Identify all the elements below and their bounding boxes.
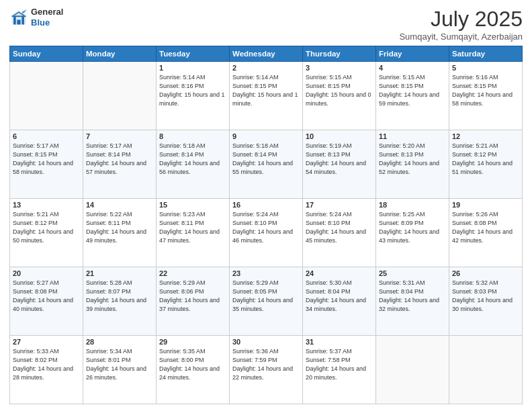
cell-info: Sunrise: 5:22 AM Sunset: 8:11 PM Dayligh… [86,210,153,245]
day-number: 23 [232,269,300,277]
calendar-cell [449,336,523,404]
calendar-cell: 12Sunrise: 5:21 AM Sunset: 8:12 PM Dayli… [449,130,523,199]
calendar-cell: 15Sunrise: 5:23 AM Sunset: 8:11 PM Dayli… [157,199,230,267]
cell-info: Sunrise: 5:34 AM Sunset: 8:01 PM Dayligh… [86,347,153,382]
day-number: 22 [159,269,226,277]
cell-info: Sunrise: 5:27 AM Sunset: 8:08 PM Dayligh… [13,279,80,314]
day-number: 15 [159,201,226,209]
calendar-cell: 4Sunrise: 5:15 AM Sunset: 8:15 PM Daylig… [376,62,449,130]
week-row-1: 1Sunrise: 5:14 AM Sunset: 8:16 PM Daylig… [10,62,523,130]
week-row-5: 27Sunrise: 5:33 AM Sunset: 8:02 PM Dayli… [10,336,523,404]
month-title: July 2025 [399,7,523,32]
calendar-cell: 6Sunrise: 5:17 AM Sunset: 8:15 PM Daylig… [10,130,83,199]
logo-icon [9,8,28,27]
day-number: 26 [452,269,519,277]
day-number: 21 [86,269,153,277]
calendar-cell: 30Sunrise: 5:36 AM Sunset: 7:59 PM Dayli… [230,336,303,404]
day-number: 1 [159,64,226,72]
day-number: 28 [86,338,153,346]
calendar-cell: 18Sunrise: 5:25 AM Sunset: 8:09 PM Dayli… [376,199,449,267]
calendar-cell: 16Sunrise: 5:24 AM Sunset: 8:10 PM Dayli… [230,199,303,267]
svg-rect-4 [21,17,24,24]
calendar-cell: 3Sunrise: 5:15 AM Sunset: 8:15 PM Daylig… [303,62,376,130]
svg-rect-5 [17,19,20,24]
calendar-cell: 26Sunrise: 5:32 AM Sunset: 8:03 PM Dayli… [449,267,523,336]
calendar-cell: 28Sunrise: 5:34 AM Sunset: 8:01 PM Dayli… [83,336,157,404]
calendar-cell: 8Sunrise: 5:18 AM Sunset: 8:14 PM Daylig… [157,130,230,199]
title-block: July 2025 Sumqayit, Sumqayit, Azerbaijan [399,7,523,42]
cell-info: Sunrise: 5:18 AM Sunset: 8:14 PM Dayligh… [159,142,226,177]
calendar-cell: 7Sunrise: 5:17 AM Sunset: 8:14 PM Daylig… [83,130,157,199]
calendar-cell: 9Sunrise: 5:18 AM Sunset: 8:14 PM Daylig… [230,130,303,199]
calendar-cell: 23Sunrise: 5:29 AM Sunset: 8:05 PM Dayli… [230,267,303,336]
calendar-cell [83,62,157,130]
calendar-cell: 29Sunrise: 5:35 AM Sunset: 8:00 PM Dayli… [157,336,230,404]
cell-info: Sunrise: 5:32 AM Sunset: 8:03 PM Dayligh… [452,279,519,314]
day-number: 10 [306,132,373,140]
cell-info: Sunrise: 5:23 AM Sunset: 8:11 PM Dayligh… [159,210,226,245]
calendar-cell: 31Sunrise: 5:37 AM Sunset: 7:58 PM Dayli… [303,336,376,404]
cell-info: Sunrise: 5:24 AM Sunset: 8:10 PM Dayligh… [306,210,373,245]
day-number: 19 [452,201,519,209]
day-header-wednesday: Wednesday [230,46,303,62]
day-header-thursday: Thursday [303,46,376,62]
day-number: 24 [306,269,373,277]
day-number: 9 [232,132,300,140]
cell-info: Sunrise: 5:16 AM Sunset: 8:15 PM Dayligh… [452,73,519,108]
logo-general: General [31,7,63,17]
day-number: 17 [306,201,373,209]
cell-info: Sunrise: 5:30 AM Sunset: 8:04 PM Dayligh… [306,279,373,314]
calendar-cell: 10Sunrise: 5:19 AM Sunset: 8:13 PM Dayli… [303,130,376,199]
calendar-cell: 25Sunrise: 5:31 AM Sunset: 8:04 PM Dayli… [376,267,449,336]
cell-info: Sunrise: 5:35 AM Sunset: 8:00 PM Dayligh… [159,347,226,382]
cell-info: Sunrise: 5:14 AM Sunset: 8:15 PM Dayligh… [232,73,300,108]
calendar-cell: 20Sunrise: 5:27 AM Sunset: 8:08 PM Dayli… [10,267,83,336]
cell-info: Sunrise: 5:31 AM Sunset: 8:04 PM Dayligh… [379,279,446,314]
cell-info: Sunrise: 5:24 AM Sunset: 8:10 PM Dayligh… [232,210,300,245]
logo: General Blue [9,7,63,28]
cell-info: Sunrise: 5:21 AM Sunset: 8:12 PM Dayligh… [13,210,80,245]
calendar-cell: 13Sunrise: 5:21 AM Sunset: 8:12 PM Dayli… [10,199,83,267]
cell-info: Sunrise: 5:25 AM Sunset: 8:09 PM Dayligh… [379,210,446,245]
cell-info: Sunrise: 5:17 AM Sunset: 8:14 PM Dayligh… [86,142,153,177]
header: General Blue July 2025 Sumqayit, Sumqayi… [9,7,523,42]
calendar-cell: 19Sunrise: 5:26 AM Sunset: 8:08 PM Dayli… [449,199,523,267]
cell-info: Sunrise: 5:29 AM Sunset: 8:05 PM Dayligh… [232,279,300,314]
location-subtitle: Sumqayit, Sumqayit, Azerbaijan [399,32,523,42]
week-row-4: 20Sunrise: 5:27 AM Sunset: 8:08 PM Dayli… [10,267,523,336]
cell-info: Sunrise: 5:19 AM Sunset: 8:13 PM Dayligh… [306,142,373,177]
day-header-friday: Friday [376,46,449,62]
calendar-cell: 24Sunrise: 5:30 AM Sunset: 8:04 PM Dayli… [303,267,376,336]
calendar-cell [376,336,449,404]
week-row-3: 13Sunrise: 5:21 AM Sunset: 8:12 PM Dayli… [10,199,523,267]
calendar-cell: 22Sunrise: 5:29 AM Sunset: 8:06 PM Dayli… [157,267,230,336]
svg-rect-2 [12,15,26,17]
day-number: 25 [379,269,446,277]
cell-info: Sunrise: 5:20 AM Sunset: 8:13 PM Dayligh… [379,142,446,177]
week-row-2: 6Sunrise: 5:17 AM Sunset: 8:15 PM Daylig… [10,130,523,199]
logo-blue: Blue [31,17,63,28]
day-number: 6 [13,132,80,140]
calendar-cell: 11Sunrise: 5:20 AM Sunset: 8:13 PM Dayli… [376,130,449,199]
day-header-saturday: Saturday [449,46,523,62]
day-number: 29 [159,338,226,346]
calendar-cell: 1Sunrise: 5:14 AM Sunset: 8:16 PM Daylig… [157,62,230,130]
svg-rect-3 [13,17,16,24]
page: General Blue July 2025 Sumqayit, Sumqayi… [0,0,532,411]
day-number: 11 [379,132,446,140]
day-number: 2 [232,64,300,72]
logo-text: General Blue [31,7,63,28]
day-number: 20 [13,269,80,277]
cell-info: Sunrise: 5:18 AM Sunset: 8:14 PM Dayligh… [232,142,300,177]
cell-info: Sunrise: 5:37 AM Sunset: 7:58 PM Dayligh… [306,347,373,382]
cell-info: Sunrise: 5:15 AM Sunset: 8:15 PM Dayligh… [379,73,446,108]
calendar-cell: 14Sunrise: 5:22 AM Sunset: 8:11 PM Dayli… [83,199,157,267]
cell-info: Sunrise: 5:15 AM Sunset: 8:15 PM Dayligh… [306,73,373,108]
calendar-cell: 2Sunrise: 5:14 AM Sunset: 8:15 PM Daylig… [230,62,303,130]
calendar-cell: 5Sunrise: 5:16 AM Sunset: 8:15 PM Daylig… [449,62,523,130]
day-header-sunday: Sunday [10,46,83,62]
cell-info: Sunrise: 5:33 AM Sunset: 8:02 PM Dayligh… [13,347,80,382]
calendar-table: SundayMondayTuesdayWednesdayThursdayFrid… [9,46,523,404]
calendar-cell: 17Sunrise: 5:24 AM Sunset: 8:10 PM Dayli… [303,199,376,267]
calendar-cell [10,62,83,130]
